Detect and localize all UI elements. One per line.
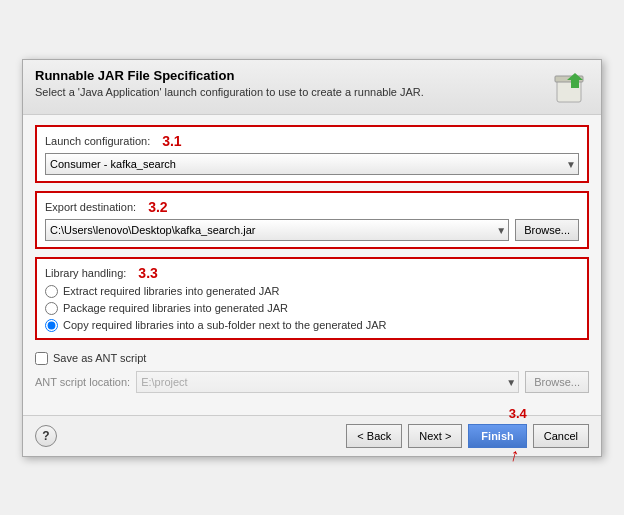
jar-icon (549, 68, 589, 108)
library-handling-label: Library handling: 3.3 (45, 265, 579, 281)
dialog-header: Runnable JAR File Specification Select a… (23, 60, 601, 115)
step-3-1: 3.1 (162, 133, 181, 149)
ant-checkbox-label: Save as ANT script (53, 352, 146, 364)
radio-package-input[interactable] (45, 302, 58, 315)
ant-dropdown-wrapper: E:\project ▼ (136, 371, 519, 393)
cancel-button[interactable]: Cancel (533, 424, 589, 448)
footer-left: ? (35, 425, 57, 447)
finish-wrapper: 3.4 Finish ↑ (468, 424, 526, 448)
back-button[interactable]: < Back (346, 424, 402, 448)
finish-button[interactable]: Finish (468, 424, 526, 448)
radio-extract-label: Extract required libraries into generate… (63, 285, 279, 297)
launch-config-dropdown[interactable]: Consumer - kafka_search (45, 153, 579, 175)
export-dest-row: C:\Users\lenovo\Desktop\kafka_search.jar… (45, 219, 579, 241)
header-text: Runnable JAR File Specification Select a… (35, 68, 424, 98)
library-radio-group: Extract required libraries into generate… (45, 285, 579, 332)
radio-copy-label: Copy required libraries into a sub-folde… (63, 319, 386, 331)
export-dest-dropdown-wrapper: C:\Users\lenovo\Desktop\kafka_search.jar… (45, 219, 509, 241)
export-dest-section: Export destination: 3.2 C:\Users\lenovo\… (35, 191, 589, 249)
export-dest-label: Export destination: 3.2 (45, 199, 579, 215)
dialog-footer: ? < Back Next > 3.4 Finish ↑ Cancel (23, 415, 601, 456)
ant-section: Save as ANT script ANT script location: … (35, 348, 589, 397)
ant-location-label: ANT script location: (35, 376, 130, 388)
launch-config-label: Launch configuration: 3.1 (45, 133, 579, 149)
ant-checkbox[interactable] (35, 352, 48, 365)
export-dest-dropdown[interactable]: C:\Users\lenovo\Desktop\kafka_search.jar (45, 219, 509, 241)
dialog-body: Launch configuration: 3.1 Consumer - kaf… (23, 115, 601, 415)
help-button[interactable]: ? (35, 425, 57, 447)
step-3-3: 3.3 (138, 265, 157, 281)
dialog-container: Runnable JAR File Specification Select a… (22, 59, 602, 457)
ant-location-dropdown: E:\project (136, 371, 519, 393)
ant-checkbox-row: Save as ANT script (35, 352, 589, 365)
finish-step-label: 3.4 (509, 406, 527, 421)
ant-browse-button: Browse... (525, 371, 589, 393)
radio-extract-input[interactable] (45, 285, 58, 298)
ant-location-row: ANT script location: E:\project ▼ Browse… (35, 371, 589, 393)
export-browse-button[interactable]: Browse... (515, 219, 579, 241)
launch-config-section: Launch configuration: 3.1 Consumer - kaf… (35, 125, 589, 183)
library-handling-section: Library handling: 3.3 Extract required l… (35, 257, 589, 340)
next-button[interactable]: Next > (408, 424, 462, 448)
radio-extract[interactable]: Extract required libraries into generate… (45, 285, 579, 298)
launch-config-dropdown-wrapper: Consumer - kafka_search ▼ (45, 153, 579, 175)
footer-right: < Back Next > 3.4 Finish ↑ Cancel (346, 424, 589, 448)
radio-package[interactable]: Package required libraries into generate… (45, 302, 579, 315)
radio-package-label: Package required libraries into generate… (63, 302, 288, 314)
dialog-subtitle: Select a 'Java Application' launch confi… (35, 86, 424, 98)
radio-copy-input[interactable] (45, 319, 58, 332)
radio-copy[interactable]: Copy required libraries into a sub-folde… (45, 319, 579, 332)
dialog-title: Runnable JAR File Specification (35, 68, 424, 83)
step-3-2: 3.2 (148, 199, 167, 215)
